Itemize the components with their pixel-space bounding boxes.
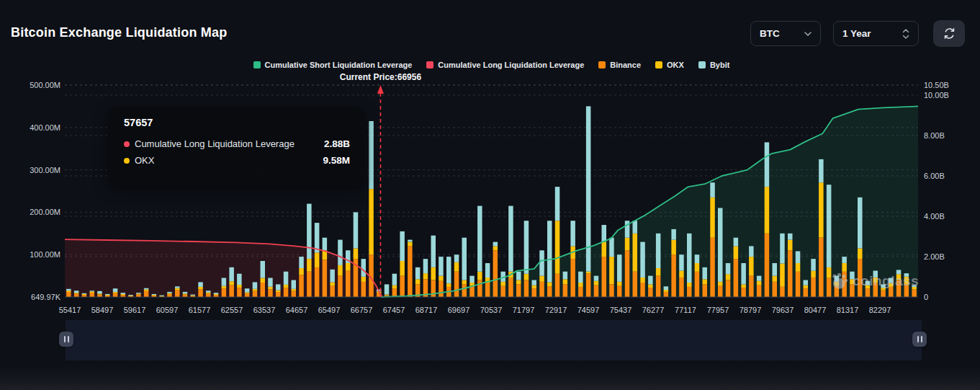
- chart-tooltip: 57657 Cumulative Long Liquidation Levera…: [108, 107, 364, 186]
- navigator-left-handle[interactable]: [59, 332, 73, 347]
- svg-text:8.00B: 8.00B: [924, 131, 945, 140]
- svg-text:69697: 69697: [448, 306, 470, 314]
- svg-text:71797: 71797: [513, 306, 535, 314]
- drag-handle-icon: [64, 336, 66, 342]
- svg-text:0: 0: [924, 293, 928, 301]
- svg-text:62557: 62557: [221, 306, 243, 314]
- long-leverage-dot-icon: [124, 141, 130, 147]
- svg-text:200.00M: 200.00M: [30, 208, 60, 216]
- tooltip-label: OKX: [135, 155, 154, 166]
- svg-text:67457: 67457: [383, 306, 405, 314]
- svg-text:70537: 70537: [480, 306, 503, 314]
- svg-text:300.00M: 300.00M: [30, 166, 60, 174]
- tooltip-row-long: Cumulative Long Liquidation Leverage 2.8…: [124, 138, 350, 149]
- svg-text:59617: 59617: [124, 306, 146, 314]
- tooltip-value: 9.58M: [323, 155, 350, 166]
- svg-text:74597: 74597: [577, 306, 600, 314]
- svg-text:80477: 80477: [804, 306, 827, 314]
- tooltip-row-okx: OKX 9.58M: [124, 155, 350, 166]
- svg-text:76277: 76277: [642, 306, 665, 314]
- svg-text:500.00M: 500.00M: [30, 81, 60, 89]
- svg-text:400.00M: 400.00M: [30, 123, 60, 132]
- svg-text:64657: 64657: [286, 306, 308, 314]
- svg-text:79637: 79637: [772, 306, 794, 314]
- svg-text:100.00M: 100.00M: [30, 250, 60, 259]
- drag-handle-icon: [68, 336, 69, 342]
- drag-handle-icon: [917, 336, 919, 342]
- svg-text:10.50B: 10.50B: [924, 81, 949, 89]
- navigator-right-handle[interactable]: [912, 332, 927, 347]
- svg-text:77957: 77957: [707, 306, 729, 314]
- tooltip-price: 57657: [124, 117, 350, 128]
- svg-text:61577: 61577: [189, 306, 211, 314]
- svg-text:82297: 82297: [869, 306, 891, 314]
- svg-text:63537: 63537: [253, 306, 276, 314]
- svg-text:60597: 60597: [156, 306, 179, 314]
- svg-text:55417: 55417: [59, 306, 81, 314]
- svg-text:72917: 72917: [545, 306, 567, 314]
- drag-handle-icon: [921, 336, 922, 342]
- footer-fade: [0, 365, 980, 390]
- svg-text:58497: 58497: [91, 306, 114, 314]
- svg-text:649.97K: 649.97K: [31, 293, 61, 301]
- okx-dot-icon: [124, 158, 130, 164]
- svg-text:2.00B: 2.00B: [924, 252, 945, 261]
- svg-text:66757: 66757: [351, 306, 373, 314]
- svg-text:10.00B: 10.00B: [924, 91, 949, 99]
- svg-text:77117: 77117: [675, 306, 696, 314]
- svg-text:81317: 81317: [837, 306, 859, 314]
- svg-text:65497: 65497: [318, 306, 341, 314]
- tooltip-value: 2.88B: [324, 138, 350, 149]
- svg-text:6.00B: 6.00B: [924, 172, 945, 180]
- svg-text:4.00B: 4.00B: [924, 212, 945, 221]
- svg-text:78797: 78797: [740, 306, 762, 314]
- range-navigator[interactable]: [66, 320, 922, 360]
- svg-text:75437: 75437: [610, 306, 632, 314]
- svg-text:68717: 68717: [415, 306, 438, 314]
- tooltip-label: Cumulative Long Liquidation Leverage: [135, 138, 295, 149]
